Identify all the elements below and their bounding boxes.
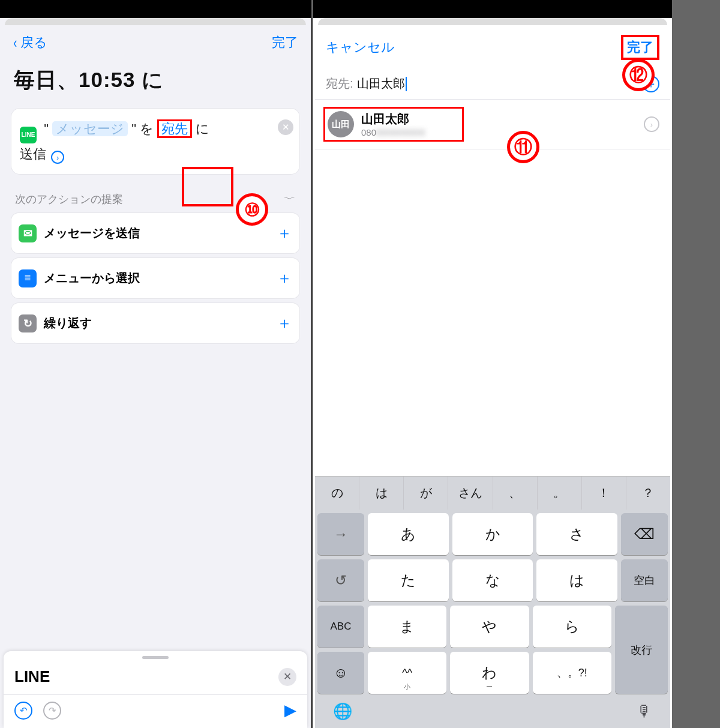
- cancel-button[interactable]: キャンセル: [326, 38, 395, 56]
- suggestion-repeat[interactable]: ↻ 繰り返す ＋: [11, 303, 299, 343]
- add-icon[interactable]: ＋: [277, 313, 292, 334]
- key-return[interactable]: 改行: [615, 606, 668, 694]
- text-ni: に: [196, 121, 209, 136]
- avatar: 山田: [328, 111, 354, 137]
- message-placeholder[interactable]: メッセージ: [52, 121, 128, 136]
- key-next[interactable]: →: [317, 513, 364, 555]
- disclosure-icon[interactable]: ›: [51, 151, 64, 164]
- right-screenshot: キャンセル 完了 宛先: 山田太郎 ＋ 山田 山田太郎 08000000000 …: [313, 0, 672, 728]
- key-delete[interactable]: ⌫: [621, 513, 668, 555]
- key-undo[interactable]: ↺: [317, 559, 364, 601]
- message-icon: ✉: [19, 224, 37, 242]
- empty-area: [315, 149, 670, 476]
- key-ya[interactable]: や: [450, 606, 529, 648]
- key-na[interactable]: な: [452, 559, 533, 601]
- key-space[interactable]: 空白: [621, 559, 668, 601]
- predict-key[interactable]: が: [404, 477, 448, 510]
- editor-toolbar: ↶ ↷ ▶: [4, 694, 307, 728]
- run-button[interactable]: ▶: [284, 701, 296, 720]
- chevron-right-icon[interactable]: ›: [644, 116, 659, 132]
- contact-result[interactable]: 山田 山田太郎 08000000000 ›: [315, 100, 670, 149]
- key-wa[interactable]: わー: [450, 652, 529, 694]
- key-abc[interactable]: ABC: [317, 606, 364, 648]
- annotation-10: ⑩: [236, 193, 268, 226]
- suggestion-label: メッセージを送信: [44, 225, 140, 241]
- app-picker-panel: LINE ✕ ↶ ↷ ▶: [4, 651, 307, 728]
- undo-button[interactable]: ↶: [14, 702, 32, 720]
- recipient-token[interactable]: 宛先: [157, 119, 192, 138]
- key-emoji[interactable]: ☺: [317, 652, 364, 694]
- key-ma[interactable]: ま: [368, 606, 446, 648]
- nav-bar: ‹ 戻る 完了: [2, 25, 309, 56]
- repeat-icon: ↻: [19, 314, 37, 332]
- quote-open: ": [44, 121, 49, 136]
- status-bar: [313, 0, 672, 18]
- mic-icon[interactable]: 🎙: [637, 702, 652, 721]
- key-punct[interactable]: 、。?!: [533, 652, 611, 694]
- quote-close: ": [131, 121, 136, 136]
- globe-icon[interactable]: 🌐: [333, 702, 352, 721]
- done-button[interactable]: 完了: [272, 34, 298, 52]
- annotation-11: ⑪: [507, 131, 539, 163]
- predict-key[interactable]: ！: [582, 477, 626, 510]
- send-label: 送信: [20, 146, 46, 161]
- suggestion-choose-menu[interactable]: ≡ メニューから選択 ＋: [11, 258, 299, 298]
- key-ta[interactable]: た: [368, 559, 449, 601]
- predict-key[interactable]: さん: [448, 477, 493, 510]
- to-value: 山田太郎: [357, 76, 405, 92]
- suggestions-title: 次のアクションの提案: [15, 192, 123, 206]
- keyboard-bottom-bar: 🌐 🎙: [317, 694, 668, 728]
- line-app-icon: LINE: [20, 127, 37, 143]
- clear-action-icon[interactable]: ✕: [278, 119, 293, 135]
- chevron-left-icon: ‹: [13, 35, 17, 50]
- chevron-down-icon: ﹀: [284, 194, 296, 204]
- predict-key[interactable]: 、: [493, 477, 538, 510]
- suggestion-label: 繰り返す: [44, 315, 92, 331]
- nav-bar: キャンセル 完了: [315, 25, 670, 66]
- close-icon[interactable]: ✕: [278, 668, 296, 686]
- shortcut-editor-sheet: ‹ 戻る 完了 毎日、10:53 に LINE " メッセージ " を 宛先 に…: [2, 25, 309, 728]
- back-button[interactable]: ‹ 戻る: [13, 34, 47, 52]
- left-screenshot: ‹ 戻る 完了 毎日、10:53 に LINE " メッセージ " を 宛先 に…: [0, 0, 312, 728]
- suggestion-label: メニューから選択: [44, 270, 140, 286]
- panel-app-name: LINE: [14, 667, 50, 686]
- annotation-12: ⑫: [622, 59, 655, 91]
- done-button[interactable]: 完了: [621, 35, 659, 60]
- contact-phone: 08000000000: [361, 127, 426, 137]
- automation-title: 毎日、10:53 に: [2, 56, 309, 109]
- text-wo: を: [140, 121, 157, 136]
- send-message-action[interactable]: LINE " メッセージ " を 宛先 に 送信 › ✕: [11, 109, 299, 174]
- to-label: 宛先:: [326, 76, 353, 92]
- grabber-handle[interactable]: [142, 656, 169, 659]
- status-bar: [0, 0, 312, 18]
- text-cursor: [406, 77, 407, 91]
- to-field[interactable]: 宛先: 山田太郎 ＋: [315, 66, 670, 100]
- add-icon[interactable]: ＋: [277, 223, 292, 244]
- key-ha[interactable]: は: [536, 559, 617, 601]
- back-label: 戻る: [20, 34, 47, 52]
- recipient-picker-sheet: キャンセル 完了 宛先: 山田太郎 ＋ 山田 山田太郎 08000000000 …: [315, 25, 670, 728]
- key-ka[interactable]: か: [452, 513, 533, 555]
- card-peek: [318, 18, 667, 25]
- redo-button: ↷: [43, 702, 61, 720]
- key-a[interactable]: あ: [368, 513, 449, 555]
- contact-name: 山田太郎: [361, 111, 426, 127]
- predict-key[interactable]: ？: [626, 477, 670, 510]
- predict-key[interactable]: の: [315, 477, 359, 510]
- predict-key[interactable]: 。: [538, 477, 582, 510]
- menu-icon: ≡: [19, 269, 37, 287]
- key-sa[interactable]: さ: [536, 513, 617, 555]
- key-ra[interactable]: ら: [533, 606, 611, 648]
- key-small[interactable]: ^^小: [368, 652, 446, 694]
- add-icon[interactable]: ＋: [277, 268, 292, 289]
- predict-key[interactable]: は: [359, 477, 404, 510]
- predictive-bar: の は が さん 、 。 ！ ？: [315, 476, 670, 510]
- card-peek: [5, 18, 306, 25]
- keyboard: → あ か さ ⌫ ↺ た な は 空白 ABC ま や ら: [315, 510, 670, 728]
